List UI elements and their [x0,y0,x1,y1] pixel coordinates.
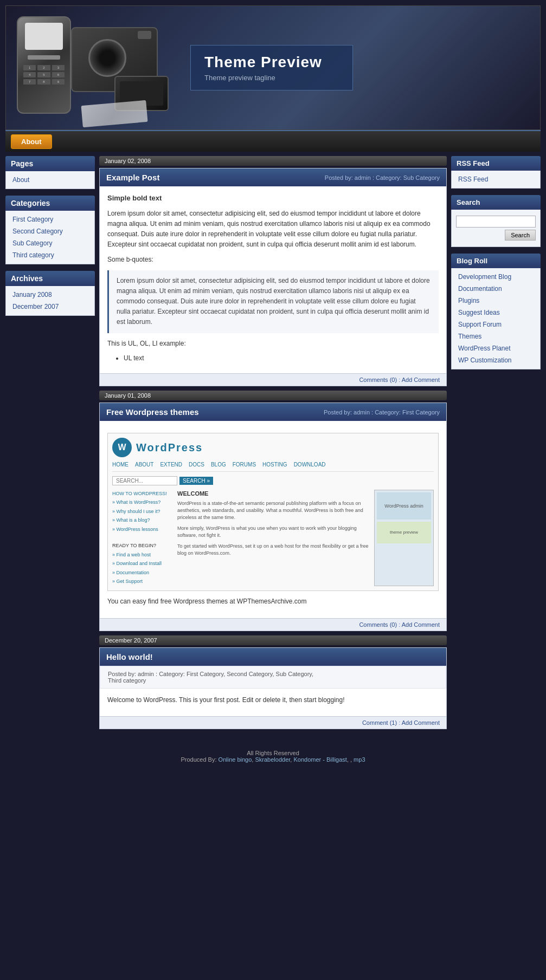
archive-link-dec2007[interactable]: December 2007 [6,301,94,313]
post-1-footer: Comments (0) : Add Comment [100,373,446,386]
wp-lessons[interactable]: » WordPress lessons [112,525,172,533]
header-title-area: Theme Preview Theme preview tagline [179,29,540,107]
footer-link-4[interactable]: mp3 [354,756,365,763]
post-1-paragraph: Lorem ipsum dolor sit amet, consectetur … [107,209,439,250]
wp-search-bar: SEARCH » [112,476,434,485]
categories-section: Categories First Category Second Categor… [5,196,95,264]
wp-nav-extend[interactable]: EXTEND [160,460,182,469]
post-2-add-comment[interactable]: Add Comment [402,621,440,628]
footer-produced-by: Produced By: [181,756,216,763]
search-input[interactable] [456,216,536,228]
blogroll-link-support[interactable]: Support Forum [452,319,540,330]
wp-ready: READY TO BEGIN? [112,542,172,549]
content-center: January 02, 2008 Example Post Posted by:… [99,156,447,734]
post-1-add-comment[interactable]: Add Comment [402,377,440,383]
post-3-meta-box: Posted by: admin : Category: First Categ… [100,666,446,689]
categories-heading: Categories [5,196,95,211]
search-button[interactable]: Search [505,230,536,241]
blogroll-section: Blog Roll Development Blog Documentation… [451,254,541,369]
wp-logo-circle: W [112,438,132,457]
camera-lens [88,39,126,77]
footer-link-2[interactable]: Skrabelodder [255,756,290,763]
wp-body-text-1: WordPress is a state-of-the-art semantic… [177,500,369,521]
wp-nav-home[interactable]: HOME [112,460,129,469]
archives-heading: Archives [5,271,95,286]
sidebar-left: Pages About Categories First Category Se… [5,156,95,734]
archive-link-jan2008[interactable]: January 2008 [6,289,94,301]
wp-nav-forums[interactable]: FORUMS [233,460,256,469]
blogroll-link-wp-custom[interactable]: WP Customization [452,354,540,366]
navbar: About [5,130,541,152]
rss-content: RSS Feed [451,171,541,189]
blogroll-link-suggest[interactable]: Suggest Ideas [452,307,540,319]
wp-docs[interactable]: » Documentation [112,569,172,576]
wp-download[interactable]: » Download and Install [112,560,172,567]
wp-find-host[interactable]: » Find a web host [112,551,172,559]
post-1-comments[interactable]: Comments (0) [359,377,397,383]
archives-section: Archives January 2008 December 2007 [5,271,95,316]
post-1-body: Simple bold text Lorem ipsum dolor sit a… [100,186,446,373]
main-layout: Pages About Categories First Category Se… [5,156,541,734]
post-3: Hello world! Posted by: admin : Category… [99,647,447,729]
post-1-ul: UL text [124,353,439,364]
footer-link-1[interactable]: Online bingo [219,756,252,763]
post-1-title: Example Post [106,173,159,182]
wp-nav-bar: HOME ABOUT EXTEND DOCS BLOG FORUMS HOSTI… [112,460,434,472]
wp-content-area: HOW TO WORDPRESS! » What is WordPress? »… [112,490,434,586]
footer-link-3[interactable]: Kondomer - Billigast [293,756,346,763]
blogroll-link-plugins[interactable]: Plugins [452,295,540,307]
post-1-header: Example Post Posted by: admin : Category… [100,168,446,186]
category-link-first[interactable]: First Category [6,213,94,225]
site-header: 1 2 3 4 5 6 7 8 9 [5,5,541,130]
date-separator-2: January 01, 2008 [99,391,447,400]
wp-what-is[interactable]: » What is WordPress? [112,498,172,506]
search-section: Search Search [451,195,541,247]
site-title: Theme Preview [204,54,339,71]
wp-nav-about[interactable]: ABOUT [135,460,153,469]
search-box: Search [452,212,540,244]
wp-screenshot: W WordPress HOME ABOUT EXTEND DOCS BLOG … [107,433,439,591]
post-3-comments[interactable]: Comment (1) [362,719,397,726]
rss-link[interactable]: RSS Feed [452,173,540,185]
rss-heading: RSS Feed [451,156,541,171]
pages-section: Pages About [5,156,95,189]
post-2-comments[interactable]: Comments (0) [359,621,397,628]
wp-nav-download[interactable]: DOWNLOAD [294,460,326,469]
wp-search-button[interactable]: SEARCH » [179,477,213,485]
pages-content: About [5,171,95,189]
rss-section: RSS Feed RSS Feed [451,156,541,189]
post-2-title: Free Wordpress themes [106,407,199,417]
post-3-text: Welcome to WordPress. This is your first… [107,695,439,705]
wp-thumbnail: WordPress admin theme preview [374,490,434,586]
blogroll-link-dev[interactable]: Development Blog [452,271,540,283]
wp-nav-docs[interactable]: DOCS [189,460,204,469]
wp-nav-blog[interactable]: BLOG [211,460,226,469]
search-content: Search [451,210,541,247]
post-2-caption: You can easy find free Wordpress themes … [107,596,439,607]
wp-nav-hosting[interactable]: HOSTING [262,460,287,469]
about-nav-button[interactable]: About [11,134,52,149]
blogroll-link-docs[interactable]: Documentation [452,283,540,295]
wp-main-text: WELCOME WordPress is a state-of-the-art … [177,490,369,586]
blogroll-content: Development Blog Documentation Plugins S… [451,268,541,369]
footer-produced: Produced By: Online bingo, Skrabelodder,… [16,756,530,763]
search-heading: Search [451,195,541,210]
blogroll-link-wp-planet[interactable]: WordPress Planet [452,342,540,354]
post-3-body: Welcome to WordPress. This is your first… [100,689,446,716]
blogroll-link-themes[interactable]: Themes [452,330,540,342]
category-link-second[interactable]: Second Category [6,225,94,237]
wp-sidebar-nav: HOW TO WORDPRESS! » What is WordPress? »… [112,490,172,586]
post-3-add-comment[interactable]: Add Comment [402,719,440,726]
header-title-box: Theme Preview Theme preview tagline [190,45,353,90]
blogroll-heading: Blog Roll [451,254,541,268]
post-1-blockquote: Lorem ipsum dolor sit amet, consectetur … [107,270,439,333]
wp-search-input[interactable] [112,476,177,485]
category-link-third[interactable]: Third category [6,249,94,261]
category-link-sub[interactable]: Sub Category [6,237,94,249]
page-link-about[interactable]: About [6,174,94,186]
wp-howto[interactable]: HOW TO WORDPRESS! [112,490,172,497]
wp-support[interactable]: » Get Support [112,577,172,585]
wp-why[interactable]: » Why should I use it? [112,508,172,515]
wp-what-blog[interactable]: » What is a blog? [112,516,172,524]
wp-body-text-2: More simply, WordPress is what you use w… [177,525,369,538]
